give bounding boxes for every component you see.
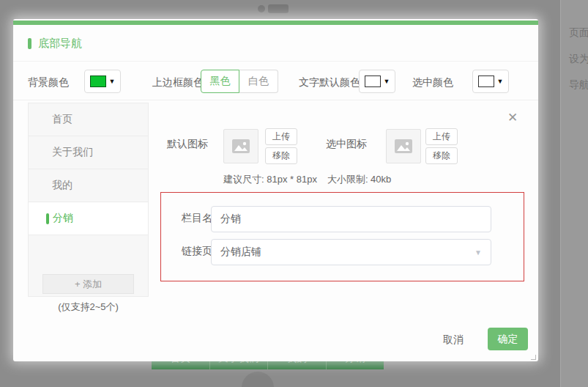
border-black-button[interactable]: 黑色	[201, 70, 239, 93]
selected-icon-actions: 上传 移除	[425, 128, 458, 164]
default-icon-actions: 上传 移除	[265, 128, 297, 164]
dimmed-pill-decor	[268, 4, 289, 13]
item-name-input[interactable]: 分销	[211, 206, 491, 232]
default-icon-label: 默认图标	[167, 138, 208, 151]
bg-menu-item-page: 页面	[569, 26, 588, 40]
title-accent-bar	[28, 38, 31, 49]
chevron-down-icon: ▼	[384, 78, 390, 85]
dimmed-dot-decor	[258, 5, 265, 12]
default-upload-button[interactable]: 上传	[265, 128, 297, 145]
dialog-header: 底部导航	[13, 25, 538, 62]
default-remove-button[interactable]: 移除	[265, 147, 297, 164]
color-settings-row: 背景颜色 ▼ 上边框颜色 黑色 白色 文字默认颜色 ▼ 选中颜色 ▼	[13, 62, 538, 100]
sidebar-item-home[interactable]: 首页	[29, 103, 148, 136]
chevron-down-icon: ▼	[497, 78, 504, 85]
border-white-button[interactable]: 白色	[239, 70, 278, 93]
text-default-color-label: 文字默认颜色	[299, 76, 360, 89]
active-color-label: 选中颜色	[412, 76, 453, 89]
link-page-value: 分销店铺	[220, 246, 261, 259]
icon-size-hint: 建议尺寸: 81px * 81px大小限制: 40kb	[223, 173, 391, 186]
chevron-down-icon: ▼	[475, 248, 482, 257]
page-root: 页面 设为 导航 首页 关于我们 我的 分销 底部导航 背景颜色 ▼ 上边框颜色…	[0, 0, 588, 387]
tabs-limit-note: (仅支持2~5个)	[28, 301, 149, 314]
bg-color-swatch	[90, 75, 106, 87]
default-icon-preview[interactable]	[223, 129, 258, 163]
active-color-picker[interactable]: ▼	[472, 70, 509, 93]
text-color-picker[interactable]: ▼	[359, 70, 395, 93]
selected-remove-button[interactable]: 移除	[425, 147, 458, 164]
top-border-color-label: 上边框颜色	[152, 76, 204, 89]
dialog-title: 底部导航	[38, 37, 82, 51]
active-color-swatch	[478, 75, 494, 87]
sidebar-item-distribution[interactable]: 分销	[29, 202, 148, 235]
bottom-nav-dialog: 底部导航 背景颜色 ▼ 上边框颜色 黑色 白色 文字默认颜色 ▼ 选中颜色 ▼	[13, 19, 538, 361]
sidebar-item-mine[interactable]: 我的	[29, 169, 148, 202]
link-page-select[interactable]: 分销店铺 ▼	[211, 239, 491, 265]
chevron-down-icon: ▼	[109, 78, 116, 85]
item-form-highlight: 栏目名称* 分销 链接页面* 分销店铺 ▼	[160, 192, 524, 281]
sidebar-item-about[interactable]: 关于我们	[29, 136, 148, 169]
image-icon	[395, 139, 412, 153]
border-color-toggle: 黑色 白色	[201, 70, 278, 93]
confirm-button[interactable]: 确定	[488, 328, 528, 350]
selected-icon-label: 选中图标	[326, 138, 367, 151]
bg-color-label: 背景颜色	[28, 76, 69, 89]
size-limit-text: 大小限制: 40kb	[327, 174, 391, 185]
bg-color-picker[interactable]: ▼	[84, 70, 121, 93]
nav-items-sidebar: 首页 关于我们 我的 分销 + 添加	[28, 103, 149, 297]
selected-accent-bar	[46, 213, 49, 224]
image-icon	[232, 139, 250, 153]
close-icon[interactable]: ✕	[505, 110, 520, 125]
add-nav-item-button[interactable]: + 添加	[42, 274, 134, 294]
dimmed-avatar-circle	[242, 372, 274, 387]
suggest-size-text: 建议尺寸: 81px * 81px	[223, 174, 317, 185]
cancel-button[interactable]: 取消	[436, 330, 470, 350]
selected-upload-button[interactable]: 上传	[425, 128, 458, 145]
bg-menu-item-nav: 导航	[569, 78, 588, 92]
text-color-swatch	[365, 75, 381, 87]
resize-handle-icon	[531, 355, 536, 360]
selected-icon-preview[interactable]	[386, 129, 421, 163]
bg-menu-item-set: 设为	[569, 53, 588, 66]
